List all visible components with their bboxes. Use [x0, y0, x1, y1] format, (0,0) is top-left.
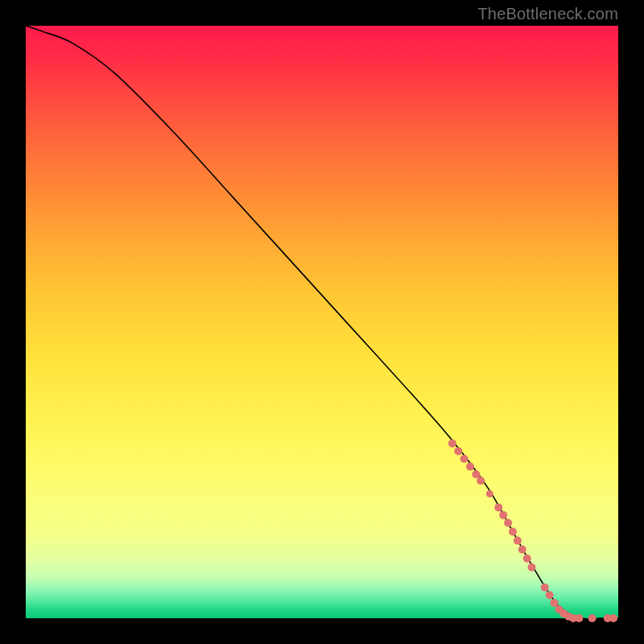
data-marker [541, 584, 549, 592]
data-marker [528, 564, 536, 572]
chart-frame: TheBottleneck.com [0, 0, 644, 644]
curve-line [26, 26, 618, 619]
data-marker [588, 614, 597, 622]
data-marker [477, 477, 485, 485]
plot-area [26, 26, 618, 618]
data-marker [518, 546, 526, 554]
chart-svg [26, 26, 618, 618]
data-marker [609, 614, 617, 622]
data-marker [551, 599, 559, 607]
data-marker [509, 528, 517, 536]
data-marker [448, 440, 456, 448]
data-marker [499, 511, 507, 519]
data-marker [454, 447, 462, 455]
data-marker [460, 455, 469, 463]
data-marker [494, 503, 502, 511]
watermark-text: TheBottleneck.com [477, 5, 618, 23]
data-marker [514, 537, 522, 545]
data-marker [466, 463, 474, 471]
data-marker [523, 555, 531, 563]
marker-group [448, 440, 617, 622]
data-marker [486, 490, 493, 497]
data-marker [546, 591, 554, 599]
data-marker [472, 470, 480, 478]
data-marker [504, 519, 512, 527]
data-marker [575, 614, 583, 622]
